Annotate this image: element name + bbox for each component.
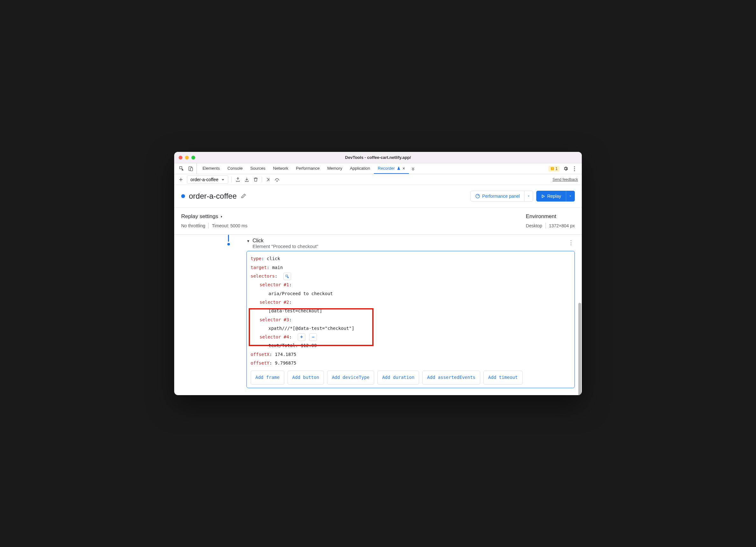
replay-settings-heading[interactable]: Replay settings bbox=[181, 213, 247, 220]
heading-label: Replay settings bbox=[181, 213, 218, 220]
recording-header: order-a-coffee Performance panel Replay bbox=[174, 185, 582, 208]
replay-dropdown[interactable] bbox=[566, 191, 575, 202]
send-feedback-link[interactable]: Send feedback bbox=[553, 177, 578, 182]
close-tab-icon[interactable]: × bbox=[403, 166, 405, 171]
step-menu-icon[interactable]: ⋮ bbox=[567, 238, 575, 247]
key: offsetY bbox=[251, 360, 269, 366]
key: offsetX bbox=[251, 352, 269, 357]
add-duration-button[interactable]: Add duration bbox=[377, 371, 419, 384]
performance-panel-button[interactable]: Performance panel bbox=[470, 191, 524, 202]
recording-select[interactable]: order-a-coffee bbox=[187, 175, 228, 184]
add-selector-icon[interactable]: + bbox=[298, 333, 305, 341]
tab-recorder[interactable]: Recorder × bbox=[374, 163, 409, 174]
button-label: Performance panel bbox=[482, 194, 520, 199]
steps-content: ▼ Click Element "Proceed to checkout" ⋮ … bbox=[174, 236, 582, 395]
svg-point-6 bbox=[574, 166, 575, 167]
tab-elements[interactable]: Elements bbox=[199, 163, 224, 174]
svg-rect-11 bbox=[286, 275, 287, 276]
tab-label: Recorder bbox=[378, 166, 395, 171]
svg-rect-4 bbox=[552, 168, 553, 169]
add-devicetype-button[interactable]: Add deviceType bbox=[327, 371, 374, 384]
tab-console[interactable]: Console bbox=[224, 163, 246, 174]
recorder-toolbar: order-a-coffee Send feedback bbox=[174, 174, 582, 185]
more-menu-icon[interactable] bbox=[572, 166, 577, 172]
step-header: ▼ Click Element "Proceed to checkout" ⋮ bbox=[246, 236, 575, 251]
detail-selectors-row[interactable]: selectors: bbox=[251, 272, 571, 281]
heading-label: Environment bbox=[526, 213, 556, 220]
continue-icon[interactable] bbox=[265, 177, 271, 182]
inspect-element-icon[interactable] bbox=[179, 166, 184, 172]
new-recording-icon[interactable] bbox=[178, 177, 184, 182]
caret-down-icon bbox=[569, 195, 572, 198]
add-assertedevents-button[interactable]: Add assertedEvents bbox=[422, 371, 480, 384]
settings-gear-icon[interactable] bbox=[563, 166, 568, 172]
window-title: DevTools - coffee-cart.netlify.app/ bbox=[174, 155, 582, 160]
detail-offsetx-row[interactable]: offsetX: 174.1875 bbox=[251, 350, 571, 359]
tab-performance[interactable]: Performance bbox=[292, 163, 323, 174]
detail-target-row[interactable]: target: main bbox=[251, 263, 571, 272]
maximize-window-button[interactable] bbox=[191, 156, 195, 160]
button-label: Replay bbox=[547, 194, 561, 199]
tab-label: Sources bbox=[250, 166, 266, 171]
selector-1-value[interactable]: aria/Proceed to checkout bbox=[251, 289, 571, 298]
env-dimensions: 1372×804 px bbox=[549, 223, 575, 228]
issues-count: 1 bbox=[555, 167, 558, 171]
edit-title-icon[interactable] bbox=[240, 193, 246, 199]
selector-3-value[interactable]: xpath///*[@data-test="checkout"] bbox=[251, 324, 571, 333]
more-tabs-icon[interactable] bbox=[410, 166, 416, 172]
detail-type-row[interactable]: type: click bbox=[251, 254, 571, 263]
step-details-panel: type: click target: main selectors: sele… bbox=[246, 251, 575, 388]
minimize-window-button[interactable] bbox=[185, 156, 189, 160]
performance-panel-dropdown[interactable] bbox=[524, 191, 533, 202]
key: selector #3 bbox=[260, 317, 289, 322]
timeout-value: Timeout: 5000 ms bbox=[212, 223, 247, 228]
env-device: Desktop bbox=[526, 223, 542, 228]
device-toggle-icon[interactable] bbox=[188, 166, 193, 172]
add-timeout-button[interactable]: Add timeout bbox=[483, 371, 523, 384]
import-icon[interactable] bbox=[244, 177, 250, 182]
caret-down-icon bbox=[527, 195, 530, 198]
play-icon bbox=[541, 194, 545, 198]
timeline-dot bbox=[227, 243, 230, 245]
tab-memory[interactable]: Memory bbox=[324, 163, 346, 174]
recording-status-dot bbox=[181, 194, 185, 198]
step-disclosure-icon[interactable]: ▼ bbox=[246, 239, 250, 243]
delete-icon[interactable] bbox=[253, 177, 259, 182]
divider bbox=[208, 223, 209, 229]
selector-4-value[interactable]: text/Total: $12.00 bbox=[251, 341, 571, 350]
selector-2-key[interactable]: selector #2: bbox=[251, 298, 571, 307]
traffic-lights bbox=[179, 156, 195, 160]
timeline-line bbox=[228, 235, 229, 242]
detail-offsety-row[interactable]: offsetY: 9.796875 bbox=[251, 359, 571, 367]
export-icon[interactable] bbox=[235, 177, 241, 182]
tab-network[interactable]: Network bbox=[269, 163, 292, 174]
tab-label: Console bbox=[227, 166, 243, 171]
tab-application[interactable]: Application bbox=[346, 163, 374, 174]
issues-badge[interactable]: 1 bbox=[548, 166, 560, 172]
key: selector #1 bbox=[260, 282, 289, 287]
tab-label: Performance bbox=[296, 166, 319, 171]
add-button-button[interactable]: Add button bbox=[288, 371, 324, 384]
value: 9.796875 bbox=[275, 360, 296, 366]
gauge-icon bbox=[475, 194, 480, 199]
key: type bbox=[251, 256, 261, 261]
selector-4-key[interactable]: selector #4: + − bbox=[251, 333, 571, 341]
pick-element-icon[interactable] bbox=[283, 273, 291, 280]
performance-panel-button-group: Performance panel bbox=[470, 191, 533, 202]
selector-1-key[interactable]: selector #1: bbox=[251, 281, 571, 289]
step-over-icon[interactable] bbox=[274, 177, 280, 182]
selector-2-value[interactable]: [data-test=checkout] bbox=[251, 307, 571, 315]
remove-selector-icon[interactable]: − bbox=[309, 333, 317, 341]
add-frame-button[interactable]: Add frame bbox=[251, 371, 284, 384]
tab-sources[interactable]: Sources bbox=[246, 163, 269, 174]
replay-button[interactable]: Replay bbox=[536, 191, 566, 202]
add-buttons-row: Add frame Add button Add deviceType Add … bbox=[251, 371, 571, 384]
divider bbox=[262, 177, 262, 182]
titlebar: DevTools - coffee-cart.netlify.app/ bbox=[174, 152, 582, 163]
recording-select-label: order-a-coffee bbox=[190, 177, 218, 182]
close-window-button[interactable] bbox=[179, 156, 182, 160]
selector-3-key[interactable]: selector #3: bbox=[251, 316, 571, 324]
key: target bbox=[251, 265, 267, 270]
key: selector #4 bbox=[260, 334, 289, 339]
scrollbar[interactable] bbox=[578, 303, 581, 395]
